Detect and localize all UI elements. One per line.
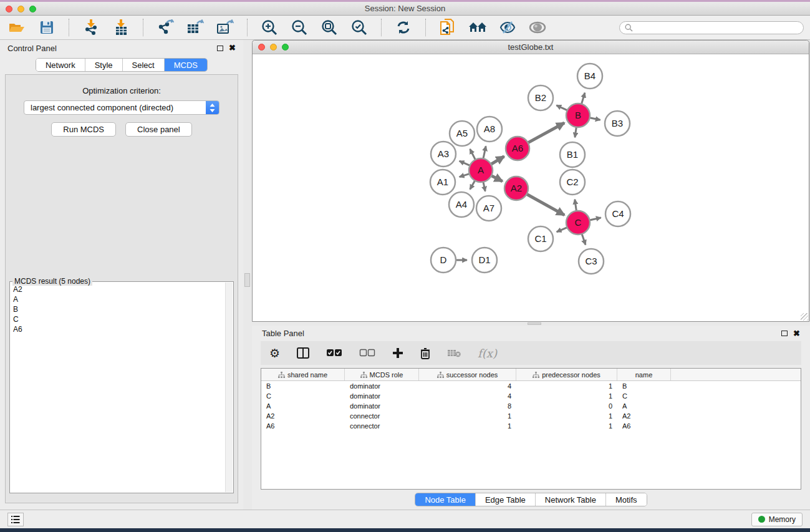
edge-A2-C[interactable]	[527, 194, 565, 215]
close-panel-button[interactable]: Close panel	[125, 122, 192, 137]
panel-divider[interactable]	[243, 40, 252, 510]
result-scrollbar[interactable]	[225, 283, 233, 492]
node-B[interactable]: B	[566, 104, 590, 127]
edge-A6-B[interactable]	[528, 123, 564, 143]
node-B3[interactable]: B3	[605, 111, 630, 136]
network-close-button[interactable]	[258, 44, 265, 51]
gear-button[interactable]: ⚙	[269, 347, 280, 359]
node-A4[interactable]: A4	[449, 192, 474, 217]
network-zoom-button[interactable]	[282, 44, 289, 51]
deselect-all-columns-button[interactable]	[359, 349, 375, 357]
close-table-panel-icon[interactable]: ✖	[793, 331, 800, 337]
node-C3[interactable]: C3	[579, 249, 604, 274]
tab-network-table[interactable]: Network Table	[535, 493, 605, 506]
edge-C-C3[interactable]	[582, 234, 586, 244]
search-field[interactable]	[619, 21, 804, 34]
edge-B-B3[interactable]	[590, 118, 600, 120]
close-panel-icon[interactable]: ✖	[229, 45, 236, 51]
node-A3[interactable]: A3	[431, 142, 456, 167]
tab-node-table[interactable]: Node Table	[415, 493, 475, 506]
export-table-button[interactable]	[185, 18, 206, 37]
edge-A-A2[interactable]	[491, 176, 503, 181]
resize-grip-icon[interactable]	[801, 313, 808, 321]
node-C1[interactable]: C1	[528, 226, 553, 251]
delete-button[interactable]	[420, 347, 430, 359]
node-A1[interactable]: A1	[430, 170, 455, 195]
open-session-button[interactable]	[6, 18, 27, 37]
node-C4[interactable]: C4	[605, 201, 630, 226]
node-table[interactable]: shared nameMCDS rolesuccessor nodesprede…	[261, 368, 801, 490]
home-button[interactable]	[467, 18, 488, 37]
node-B4[interactable]: B4	[577, 64, 602, 89]
tab-motifs[interactable]: Motifs	[605, 493, 647, 506]
search-input[interactable]	[635, 23, 798, 32]
hide-graphics-details-button[interactable]	[497, 18, 518, 37]
import-network-button[interactable]	[80, 18, 102, 37]
memory-button[interactable]: Memory	[751, 513, 803, 526]
result-item[interactable]: B	[13, 304, 225, 314]
edge-A-A8[interactable]	[483, 146, 486, 158]
save-session-button[interactable]	[36, 18, 57, 37]
node-D1[interactable]: D1	[472, 248, 497, 273]
split-columns-button[interactable]	[297, 347, 309, 359]
table-row[interactable]: A6connector11A6	[261, 421, 801, 431]
result-item[interactable]: A6	[13, 324, 225, 334]
zoom-in-button[interactable]	[259, 18, 280, 37]
column-header-name[interactable]: name	[617, 369, 671, 380]
refresh-button[interactable]	[393, 18, 414, 37]
edge-B-B2[interactable]	[556, 105, 567, 110]
edge-C-C4[interactable]	[590, 218, 601, 220]
tab-style[interactable]: Style	[85, 59, 122, 71]
criterion-select[interactable]: largest connected component (directed)	[24, 100, 219, 115]
tab-select[interactable]: Select	[122, 59, 164, 71]
result-item[interactable]: C	[13, 314, 225, 324]
tab-edge-table[interactable]: Edge Table	[475, 493, 535, 506]
node-B2[interactable]: B2	[528, 85, 553, 110]
float-table-panel-icon[interactable]	[781, 331, 788, 336]
edge-A-A5[interactable]	[470, 149, 476, 160]
node-A7[interactable]: A7	[476, 196, 501, 221]
export-image-button[interactable]	[215, 18, 236, 37]
column-header-shared-name[interactable]: shared name	[261, 369, 345, 380]
node-C2[interactable]: C2	[560, 170, 585, 195]
edge-A-A4[interactable]	[470, 181, 475, 190]
zoom-window-button[interactable]	[29, 6, 36, 12]
tab-mcds[interactable]: MCDS	[164, 59, 207, 71]
table-row[interactable]: Adominator80A	[261, 401, 801, 411]
mcds-result-list[interactable]: A2ABCA6	[13, 284, 225, 491]
zoom-selected-button[interactable]	[349, 18, 370, 37]
panel-divider-grip[interactable]	[244, 273, 250, 287]
table-row[interactable]: A2connector11A2	[261, 411, 801, 421]
export-network-button[interactable]	[155, 18, 176, 37]
network-window-titlebar[interactable]: testGlobe.txt	[253, 41, 809, 54]
node-A6[interactable]: A6	[506, 137, 529, 160]
edge-A-A1[interactable]	[460, 174, 470, 177]
node-D[interactable]: D	[431, 248, 456, 273]
close-window-button[interactable]	[6, 6, 12, 12]
add-column-button[interactable]	[392, 347, 403, 359]
edge-A-A6[interactable]	[491, 157, 504, 165]
zoom-fit-button[interactable]	[319, 18, 340, 37]
column-header-successor-nodes[interactable]: successor nodes	[419, 369, 516, 380]
network-minimize-button[interactable]	[270, 44, 277, 51]
edge-A-A3[interactable]	[460, 161, 470, 165]
horizontal-divider[interactable]	[252, 322, 810, 326]
result-item[interactable]: A	[13, 294, 225, 304]
node-A[interactable]: A	[469, 158, 493, 182]
edge-B-B4[interactable]	[581, 93, 584, 104]
task-history-button[interactable]	[7, 513, 24, 526]
result-item[interactable]: A2	[13, 284, 225, 294]
node-A5[interactable]: A5	[450, 121, 475, 146]
edge-C-C2[interactable]	[575, 200, 577, 211]
node-A8[interactable]: A8	[477, 117, 502, 142]
table-row[interactable]: Bdominator41B	[261, 381, 801, 391]
zoom-out-button[interactable]	[289, 18, 310, 37]
float-panel-icon[interactable]	[217, 46, 223, 51]
import-table-button[interactable]	[110, 18, 132, 37]
column-header-MCDS-role[interactable]: MCDS role	[345, 369, 419, 380]
birdseye-button[interactable]	[527, 18, 548, 37]
run-mcds-button[interactable]: Run MCDS	[51, 122, 116, 137]
minimize-window-button[interactable]	[17, 6, 24, 12]
network-canvas[interactable]: AA1A2A3A4A5A6A7A8BB1B2B3B4CC1C2C3C4DD1	[253, 54, 809, 321]
select-all-columns-button[interactable]	[326, 349, 342, 357]
